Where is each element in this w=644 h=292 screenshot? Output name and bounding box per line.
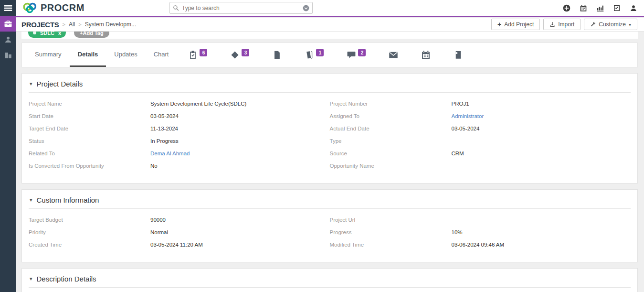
- tab-activities[interactable]: [410, 43, 442, 67]
- global-search[interactable]: [169, 2, 313, 14]
- tab-comments[interactable]: 2: [335, 43, 377, 67]
- import-label: Import: [558, 21, 574, 28]
- field-label: Modified Time: [330, 241, 452, 249]
- calendar-icon[interactable]: [580, 4, 587, 12]
- field-label: Project Url: [330, 216, 452, 224]
- field-label: Progress: [330, 228, 452, 237]
- field-value: 03-05-2024 11:20 AM: [150, 241, 203, 249]
- menu-toggle-button[interactable]: [0, 0, 16, 16]
- field-label: Priority: [29, 228, 150, 237]
- tab-invoices[interactable]: [261, 43, 293, 67]
- field-row: Created Time03-05-2024 11:20 AM Modified…: [29, 241, 631, 249]
- id-card-icon: [454, 50, 463, 60]
- breadcrumb-bar: PROJECTS > All > System Developm... + Ad…: [16, 18, 644, 32]
- field-row: Is Converted From OpportunityNo Opportun…: [29, 162, 631, 170]
- tab-details[interactable]: Details: [70, 43, 106, 67]
- add-project-button[interactable]: + Add Project: [491, 19, 540, 30]
- documents-icon: [305, 50, 314, 60]
- tag-sdlc[interactable]: SDLC x: [28, 32, 66, 38]
- field-label: Actual End Date: [330, 125, 452, 133]
- add-project-label: Add Project: [504, 21, 534, 28]
- section-header[interactable]: ▾ Description Details: [29, 269, 631, 288]
- related-to-link[interactable]: Dema Al Ahmad: [150, 150, 190, 158]
- field-row: Start Date03-05-2024 Assigned ToAdminist…: [29, 112, 631, 120]
- field-label: Created Time: [29, 241, 150, 249]
- milestones-badge: 3: [242, 49, 249, 56]
- tab-chart[interactable]: Chart: [146, 43, 177, 67]
- field-value: Normal: [150, 228, 168, 237]
- import-button[interactable]: Import: [543, 19, 581, 30]
- hamburger-icon: [4, 4, 12, 12]
- field-label: Target Budget: [29, 216, 150, 224]
- record-tabs: Summary Details Updates Chart 6 3 1: [21, 43, 638, 67]
- collapse-caret-icon: ▾: [30, 276, 32, 282]
- breadcrumb-separator: >: [62, 22, 65, 27]
- person-icon: [4, 35, 12, 44]
- field-label: Status: [29, 137, 150, 145]
- field-label: Source: [330, 150, 452, 158]
- field-value: 03-05-2024: [150, 112, 179, 120]
- field-label: Target End Date: [29, 125, 150, 133]
- section-title: Custom Information: [37, 196, 99, 204]
- sidebar-item-contacts[interactable]: [0, 32, 16, 47]
- field-row: StatusIn Progress Type: [29, 137, 631, 145]
- app-logo[interactable]: PROCRM: [21, 2, 84, 14]
- plus-icon: +: [497, 21, 501, 28]
- calendar-grid-icon: [421, 50, 431, 60]
- clipboard-check-icon: [188, 50, 198, 60]
- top-bar: PROCRM: [16, 0, 644, 17]
- field-label: Project Name: [29, 100, 150, 108]
- sidebar-item-projects[interactable]: [0, 16, 16, 32]
- field-label: Project Number: [330, 100, 452, 108]
- tab-summary[interactable]: Summary: [27, 43, 70, 67]
- breadcrumb-module[interactable]: PROJECTS: [21, 21, 59, 29]
- section-header[interactable]: ▾ Project Details: [29, 74, 631, 93]
- breadcrumb-separator: >: [78, 22, 81, 27]
- envelope-icon: [389, 50, 398, 60]
- breadcrumb-record[interactable]: System Developm...: [85, 21, 136, 28]
- comments-badge: 2: [358, 49, 366, 56]
- reports-icon[interactable]: [596, 4, 604, 12]
- section-project-details: ▾ Project Details Project NameSystem Dev…: [21, 73, 638, 184]
- tab-contacts[interactable]: [442, 43, 475, 67]
- section-title: Project Details: [37, 80, 83, 88]
- breadcrumb-all[interactable]: All: [69, 21, 75, 28]
- field-value: No: [150, 162, 158, 170]
- customize-label: Customize: [599, 21, 626, 28]
- tag-remove-icon[interactable]: x: [58, 32, 61, 36]
- customize-button[interactable]: Customize ▾: [584, 19, 637, 30]
- search-input[interactable]: [182, 5, 303, 11]
- tab-emails[interactable]: [377, 43, 410, 67]
- tab-documents[interactable]: 1: [293, 43, 335, 67]
- field-value: 11-13-2024: [150, 125, 178, 133]
- field-row: Project NameSystem Development Life Cycl…: [29, 100, 631, 108]
- tag-strip: SDLC x +Add Tag: [21, 32, 638, 39]
- field-value: In Progress: [150, 137, 179, 145]
- breadcrumb: PROJECTS > All > System Developm...: [21, 21, 136, 29]
- section-custom-information: ▾ Custom Information Target Budget90000 …: [21, 189, 638, 262]
- chevron-down-icon: ▾: [629, 22, 631, 27]
- field-value: PROJ1: [452, 100, 469, 108]
- search-options-icon[interactable]: [303, 5, 309, 11]
- add-tag-button[interactable]: +Add Tag: [74, 32, 109, 38]
- field-value: System Development Life Cycle(SDLC): [150, 100, 246, 108]
- field-row: Target Budget90000 Project Url: [29, 216, 631, 224]
- field-row: PriorityNormal Progress10%: [29, 228, 631, 237]
- tab-milestones[interactable]: 3: [219, 43, 261, 67]
- field-label: Is Converted From Opportunity: [29, 162, 150, 170]
- tag-label: SDLC: [40, 32, 54, 36]
- tab-tasks[interactable]: 6: [177, 43, 219, 67]
- tasks-icon[interactable]: [613, 4, 621, 12]
- sidebar-item-organizations[interactable]: [0, 47, 16, 63]
- section-header[interactable]: ▾ Custom Information: [29, 190, 631, 209]
- field-row: Target End Date11-13-2024 Actual End Dat…: [29, 125, 631, 133]
- app-sidebar: [0, 0, 16, 292]
- tab-updates[interactable]: Updates: [106, 43, 145, 67]
- comment-icon: [347, 50, 356, 60]
- tag-divider: [70, 32, 70, 36]
- search-icon: [173, 5, 179, 11]
- quick-create-icon[interactable]: [563, 4, 570, 12]
- field-value: 90000: [150, 216, 166, 224]
- assigned-to-link[interactable]: Administrator: [452, 112, 484, 120]
- user-profile-icon[interactable]: [630, 4, 637, 12]
